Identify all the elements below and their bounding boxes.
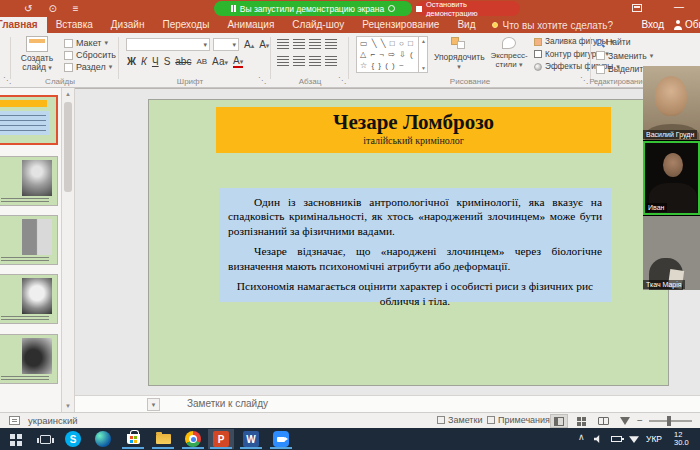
taskbar-powerpoint-active[interactable]: P <box>208 429 234 449</box>
volume-icon[interactable] <box>594 435 602 443</box>
shrink-font-button[interactable]: А▾ <box>259 39 269 50</box>
battery-icon[interactable] <box>611 436 622 442</box>
new-slide-button[interactable]: Создать слайд ▾ <box>14 35 60 72</box>
tab-home[interactable]: Главная <box>0 17 47 33</box>
thumbnail-slide-5[interactable] <box>0 334 58 384</box>
taskbar-file-explorer[interactable] <box>150 429 176 449</box>
character-spacing-button[interactable]: АВ <box>196 57 207 66</box>
touch-mode-icon[interactable]: ⊙ <box>48 1 56 16</box>
scroll-down-icon[interactable]: ▼ <box>421 65 426 71</box>
shape-outline-button[interactable]: Контур фигуры ▾ <box>534 50 592 59</box>
wifi-icon[interactable] <box>629 435 639 443</box>
shape-effects-button[interactable]: Эффекты фигуры ▾ <box>534 62 592 71</box>
undo-icon[interactable]: ↺ <box>24 1 32 16</box>
scrollbar-thumb[interactable] <box>64 102 72 192</box>
strikethrough-button[interactable]: abc <box>175 56 191 67</box>
thumb-photo <box>22 278 52 314</box>
customize-qat-icon[interactable]: ≡ <box>73 1 79 16</box>
change-case-button[interactable]: Аа▾ <box>212 56 228 67</box>
start-button[interactable] <box>2 429 28 449</box>
zoom-slider-handle[interactable] <box>667 416 671 426</box>
numbering-icon[interactable] <box>293 39 305 49</box>
tab-insert[interactable]: Вставка <box>47 17 102 33</box>
underline-button[interactable]: Ч <box>152 56 159 67</box>
minimize-button[interactable]: — <box>668 0 690 16</box>
reading-view-button[interactable] <box>594 414 612 428</box>
replace-button[interactable]: Заменить ▾ <box>596 51 646 61</box>
arrange-button[interactable]: Упорядочить ▾ <box>434 36 484 71</box>
zoom-out-button[interactable]: − <box>637 415 643 426</box>
select-button[interactable]: Выделить ▾ <box>596 64 646 74</box>
taskbar-zoom[interactable] <box>268 429 294 449</box>
font-dialog-launcher-icon[interactable]: ⋱ <box>258 76 266 85</box>
slide-text-box[interactable]: Один із засновників антропологічної крим… <box>219 188 611 302</box>
decrease-indent-icon[interactable] <box>309 39 321 49</box>
reset-button[interactable]: Сбросить <box>64 50 116 60</box>
participant-video-3[interactable]: Ткач Марія <box>643 216 700 290</box>
text-shadow-button[interactable]: S <box>164 56 171 67</box>
shape-fill-button[interactable]: Заливка фигуры ▾ <box>534 37 592 46</box>
notes-collapse-icon[interactable]: ▼ <box>147 398 160 411</box>
ribbon-display-options-icon[interactable] <box>632 4 642 12</box>
comments-toggle[interactable]: Примечания <box>487 415 550 425</box>
tell-me-box[interactable]: Что вы хотите сделать? <box>484 17 621 33</box>
bullets-icon[interactable] <box>277 39 289 49</box>
shapes-gallery-scrollbar[interactable]: ▲ ▼ <box>418 36 428 73</box>
layout-button[interactable]: Макет ▾ <box>64 38 108 48</box>
paragraph-dialog-launcher-icon[interactable]: ⋱ <box>338 76 346 85</box>
scroll-up-icon[interactable]: ▲ <box>62 88 74 100</box>
grow-font-button[interactable]: А▴ <box>244 39 254 50</box>
scroll-up-icon[interactable]: ▲ <box>421 38 426 44</box>
share-button[interactable]: Общ <box>674 17 700 33</box>
notes-pane[interactable]: ▼ Заметки к слайду <box>75 395 700 412</box>
slide-sorter-view-button[interactable] <box>572 414 590 428</box>
participant-video-1[interactable]: Василий Грудн <box>643 66 700 140</box>
tray-chevron-icon[interactable]: ∧ <box>578 432 585 442</box>
slide[interactable]: Чезаре Ломброзо італійський кримінолог О… <box>148 99 669 386</box>
thumbnail-scrollbar[interactable]: ▲ ▼ <box>62 88 75 412</box>
pause-share-icon[interactable] <box>231 5 236 12</box>
thumbnail-slide-2[interactable] <box>0 156 58 206</box>
tab-view[interactable]: Вид <box>448 17 484 33</box>
font-size-combo[interactable]: ▾ <box>213 38 239 51</box>
taskbar-edge[interactable] <box>90 429 116 449</box>
tray-clock[interactable]: 12 30.0 <box>674 431 700 448</box>
bold-button[interactable]: Ж <box>127 56 136 67</box>
increase-indent-icon[interactable] <box>325 39 337 49</box>
taskbar-chrome[interactable] <box>180 429 206 449</box>
scroll-down-icon[interactable]: ▼ <box>62 400 74 412</box>
task-view-button[interactable] <box>32 429 58 449</box>
font-name-combo[interactable]: ▾ <box>126 38 210 51</box>
align-center-icon[interactable] <box>293 56 305 66</box>
normal-view-button[interactable] <box>550 414 568 428</box>
tab-design[interactable]: Дизайн <box>102 17 154 33</box>
language-indicator[interactable]: украинский <box>28 415 78 426</box>
notes-toggle[interactable]: Заметки <box>437 415 482 425</box>
sign-in-button[interactable]: Вход <box>631 17 674 33</box>
thumbnail-slide-3[interactable] <box>0 215 58 265</box>
taskbar-word[interactable]: W <box>238 429 264 449</box>
tab-review[interactable]: Рецензирование <box>353 17 448 33</box>
italic-button[interactable]: К <box>141 56 147 67</box>
slide-title-box[interactable]: Чезаре Ломброзо італійський кримінолог <box>216 107 611 153</box>
section-button[interactable]: Раздел ▾ <box>64 62 112 72</box>
thumbnail-slide-4[interactable] <box>0 274 58 324</box>
drawing-dialog-launcher-icon[interactable]: ⋱ <box>580 76 588 85</box>
participant-video-2-active-speaker[interactable]: Иван <box>643 141 700 215</box>
stop-share-button[interactable]: Остановить демонстрацию <box>416 1 520 16</box>
tab-slideshow[interactable]: Слайд-шоу <box>283 17 353 33</box>
thumbnail-slide-1-selected[interactable] <box>0 95 58 145</box>
find-button[interactable]: Найти <box>596 37 646 47</box>
taskbar-store[interactable] <box>120 429 146 449</box>
font-color-button[interactable]: А▾ <box>233 55 243 68</box>
align-left-icon[interactable] <box>277 56 289 66</box>
justify-icon[interactable] <box>325 56 337 66</box>
taskbar-skype[interactable]: S <box>60 429 86 449</box>
tab-transitions[interactable]: Переходы <box>153 17 218 33</box>
slideshow-view-button[interactable] <box>616 414 634 428</box>
tray-language[interactable]: УКР <box>646 434 662 444</box>
quick-styles-button[interactable]: Экспресс-стили ▾ <box>488 36 530 69</box>
proofing-icon[interactable] <box>9 416 20 425</box>
align-right-icon[interactable] <box>309 56 321 66</box>
tab-animations[interactable]: Анимация <box>218 17 283 33</box>
